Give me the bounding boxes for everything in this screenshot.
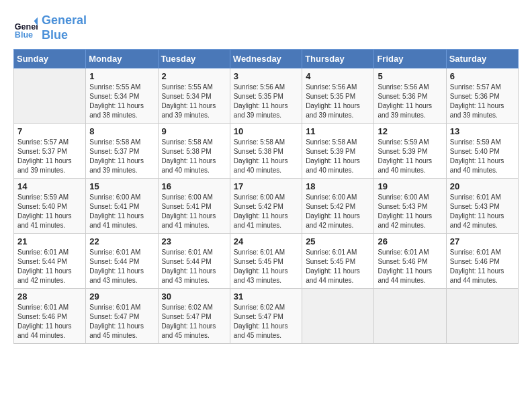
weekday-header-saturday: Saturday [446, 50, 518, 68]
calendar-cell: 29 Sunrise: 6:01 AM Sunset: 5:47 PM Dayl… [86, 289, 158, 344]
day-info: Sunrise: 6:00 AM Sunset: 5:43 PM Dayligh… [378, 193, 442, 230]
day-info: Sunrise: 5:57 AM Sunset: 5:37 PM Dayligh… [17, 138, 82, 175]
day-number: 26 [378, 236, 442, 246]
logo-icon: General Blue [13, 16, 38, 40]
calendar-cell: 19 Sunrise: 6:00 AM Sunset: 5:43 PM Dayl… [374, 179, 446, 234]
day-number: 14 [17, 181, 82, 191]
calendar-cell: 10 Sunrise: 5:58 AM Sunset: 5:38 PM Dayl… [230, 124, 302, 179]
day-info: Sunrise: 6:00 AM Sunset: 5:41 PM Dayligh… [89, 193, 154, 230]
calendar-cell: 9 Sunrise: 5:58 AM Sunset: 5:38 PM Dayli… [158, 124, 230, 179]
day-info: Sunrise: 5:59 AM Sunset: 5:39 PM Dayligh… [378, 138, 442, 175]
svg-text:Blue: Blue [15, 30, 33, 40]
day-info: Sunrise: 6:01 AM Sunset: 5:46 PM Dayligh… [450, 248, 515, 285]
calendar-cell: 17 Sunrise: 6:00 AM Sunset: 5:42 PM Dayl… [230, 179, 302, 234]
calendar-week-5: 28 Sunrise: 6:01 AM Sunset: 5:46 PM Dayl… [14, 289, 519, 344]
weekday-header-wednesday: Wednesday [230, 50, 302, 68]
day-number: 27 [450, 236, 515, 246]
calendar-cell: 28 Sunrise: 6:01 AM Sunset: 5:46 PM Dayl… [14, 289, 86, 344]
day-number: 3 [234, 71, 298, 81]
day-number: 24 [234, 236, 298, 246]
day-number: 2 [162, 71, 226, 81]
day-info: Sunrise: 5:58 AM Sunset: 5:38 PM Dayligh… [162, 138, 226, 175]
day-number: 13 [450, 126, 515, 136]
day-info: Sunrise: 6:01 AM Sunset: 5:43 PM Dayligh… [450, 193, 515, 230]
day-info: Sunrise: 6:01 AM Sunset: 5:44 PM Dayligh… [89, 248, 154, 285]
day-number: 30 [162, 291, 226, 302]
day-info: Sunrise: 5:56 AM Sunset: 5:36 PM Dayligh… [378, 83, 442, 120]
calendar-week-1: 1 Sunrise: 5:55 AM Sunset: 5:34 PM Dayli… [14, 68, 519, 124]
day-number: 8 [89, 126, 154, 136]
weekday-header-friday: Friday [374, 50, 446, 68]
calendar-cell [302, 289, 374, 344]
calendar-cell: 1 Sunrise: 5:55 AM Sunset: 5:34 PM Dayli… [86, 68, 158, 124]
calendar-cell: 7 Sunrise: 5:57 AM Sunset: 5:37 PM Dayli… [14, 124, 86, 179]
day-info: Sunrise: 5:58 AM Sunset: 5:39 PM Dayligh… [306, 138, 370, 175]
calendar-cell: 13 Sunrise: 5:59 AM Sunset: 5:40 PM Dayl… [446, 124, 518, 179]
day-info: Sunrise: 5:56 AM Sunset: 5:35 PM Dayligh… [306, 83, 370, 120]
day-info: Sunrise: 6:01 AM Sunset: 5:46 PM Dayligh… [378, 248, 442, 285]
calendar-cell: 15 Sunrise: 6:00 AM Sunset: 5:41 PM Dayl… [86, 179, 158, 234]
day-info: Sunrise: 5:58 AM Sunset: 5:38 PM Dayligh… [234, 138, 298, 175]
day-number: 31 [234, 291, 298, 302]
day-number: 12 [378, 126, 442, 136]
day-number: 17 [234, 181, 298, 191]
weekday-header-thursday: Thursday [302, 50, 374, 68]
day-number: 11 [306, 126, 370, 136]
weekday-header-tuesday: Tuesday [158, 50, 230, 68]
day-info: Sunrise: 6:00 AM Sunset: 5:42 PM Dayligh… [306, 193, 370, 230]
day-number: 15 [89, 181, 154, 191]
day-number: 21 [17, 236, 82, 246]
calendar-cell: 23 Sunrise: 6:01 AM Sunset: 5:44 PM Dayl… [158, 234, 230, 289]
day-number: 4 [306, 71, 370, 81]
calendar-week-3: 14 Sunrise: 5:59 AM Sunset: 5:40 PM Dayl… [14, 179, 519, 234]
calendar-cell: 4 Sunrise: 5:56 AM Sunset: 5:35 PM Dayli… [302, 68, 374, 124]
calendar-cell [446, 289, 518, 344]
calendar-cell: 31 Sunrise: 6:02 AM Sunset: 5:47 PM Dayl… [230, 289, 302, 344]
day-number: 7 [17, 126, 82, 136]
day-number: 29 [89, 291, 154, 302]
day-info: Sunrise: 5:57 AM Sunset: 5:36 PM Dayligh… [450, 83, 515, 120]
calendar-cell: 27 Sunrise: 6:01 AM Sunset: 5:46 PM Dayl… [446, 234, 518, 289]
day-number: 1 [89, 71, 154, 81]
day-number: 20 [450, 181, 515, 191]
day-number: 5 [378, 71, 442, 81]
calendar-week-2: 7 Sunrise: 5:57 AM Sunset: 5:37 PM Dayli… [14, 124, 519, 179]
day-info: Sunrise: 6:01 AM Sunset: 5:47 PM Dayligh… [89, 303, 154, 340]
day-info: Sunrise: 6:02 AM Sunset: 5:47 PM Dayligh… [162, 303, 226, 340]
day-number: 16 [162, 181, 226, 191]
calendar-cell: 3 Sunrise: 5:56 AM Sunset: 5:35 PM Dayli… [230, 68, 302, 124]
calendar-cell: 5 Sunrise: 5:56 AM Sunset: 5:36 PM Dayli… [374, 68, 446, 124]
weekday-header-monday: Monday [86, 50, 158, 68]
day-info: Sunrise: 5:55 AM Sunset: 5:34 PM Dayligh… [162, 83, 226, 120]
day-info: Sunrise: 6:01 AM Sunset: 5:45 PM Dayligh… [306, 248, 370, 285]
day-number: 25 [306, 236, 370, 246]
day-number: 9 [162, 126, 226, 136]
day-info: Sunrise: 6:00 AM Sunset: 5:42 PM Dayligh… [234, 193, 298, 230]
day-info: Sunrise: 5:56 AM Sunset: 5:35 PM Dayligh… [234, 83, 298, 120]
calendar-cell: 20 Sunrise: 6:01 AM Sunset: 5:43 PM Dayl… [446, 179, 518, 234]
calendar-cell: 30 Sunrise: 6:02 AM Sunset: 5:47 PM Dayl… [158, 289, 230, 344]
calendar-cell: 6 Sunrise: 5:57 AM Sunset: 5:36 PM Dayli… [446, 68, 518, 124]
calendar-cell [374, 289, 446, 344]
page-header: General Blue GeneralBlue [13, 13, 519, 42]
calendar-cell: 11 Sunrise: 5:58 AM Sunset: 5:39 PM Dayl… [302, 124, 374, 179]
calendar-week-4: 21 Sunrise: 6:01 AM Sunset: 5:44 PM Dayl… [14, 234, 519, 289]
day-number: 23 [162, 236, 226, 246]
logo-name: GeneralBlue [42, 13, 87, 42]
calendar-cell: 14 Sunrise: 5:59 AM Sunset: 5:40 PM Dayl… [14, 179, 86, 234]
day-info: Sunrise: 6:01 AM Sunset: 5:44 PM Dayligh… [162, 248, 226, 285]
day-info: Sunrise: 5:58 AM Sunset: 5:37 PM Dayligh… [89, 138, 154, 175]
day-number: 28 [17, 291, 82, 302]
calendar-cell: 25 Sunrise: 6:01 AM Sunset: 5:45 PM Dayl… [302, 234, 374, 289]
day-info: Sunrise: 6:01 AM Sunset: 5:45 PM Dayligh… [234, 248, 298, 285]
day-info: Sunrise: 6:01 AM Sunset: 5:46 PM Dayligh… [17, 303, 82, 340]
day-info: Sunrise: 6:00 AM Sunset: 5:41 PM Dayligh… [162, 193, 226, 230]
calendar-cell: 26 Sunrise: 6:01 AM Sunset: 5:46 PM Dayl… [374, 234, 446, 289]
day-number: 10 [234, 126, 298, 136]
day-info: Sunrise: 5:59 AM Sunset: 5:40 PM Dayligh… [450, 138, 515, 175]
calendar-cell: 8 Sunrise: 5:58 AM Sunset: 5:37 PM Dayli… [86, 124, 158, 179]
calendar-cell: 2 Sunrise: 5:55 AM Sunset: 5:34 PM Dayli… [158, 68, 230, 124]
calendar-cell: 24 Sunrise: 6:01 AM Sunset: 5:45 PM Dayl… [230, 234, 302, 289]
calendar-cell: 21 Sunrise: 6:01 AM Sunset: 5:44 PM Dayl… [14, 234, 86, 289]
calendar-cell: 18 Sunrise: 6:00 AM Sunset: 5:42 PM Dayl… [302, 179, 374, 234]
